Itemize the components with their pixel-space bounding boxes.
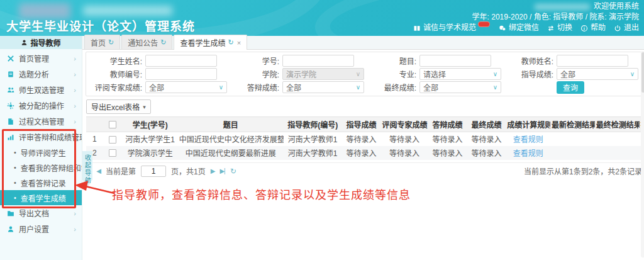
col-final-score: 最终成绩	[467, 117, 506, 132]
chevron-down-icon: ∨	[493, 84, 497, 91]
cell-teacher: 河南大学教师1	[284, 146, 342, 160]
chevron-down-icon: ∨	[356, 84, 360, 91]
sidebar-subitem-defense-records[interactable]: • 查看答辩记录	[0, 175, 82, 190]
help-link[interactable]: 帮助	[580, 23, 606, 33]
view-rule-link[interactable]: 查看规则	[513, 135, 543, 144]
col-score-rule: 成绩计算规则	[506, 117, 550, 132]
export-excel-button[interactable]: 导出Excel表格 ▾	[86, 99, 151, 114]
cell-title: 中国近现代史中文化经济发展整理及研究	[178, 132, 284, 146]
field-label: 学院:	[227, 69, 282, 79]
college-select: 演示学院∨	[282, 68, 364, 80]
user-icon	[21, 39, 28, 46]
sidebar: 指导教师 首页管理› 选题分析› 师生双选管理› 被分配的操作› 过程文档管理›	[0, 36, 82, 260]
tab-student-scores[interactable]: 查看学生成绩 ↻ ×	[174, 35, 247, 50]
chevron-down-icon: ∨	[356, 71, 360, 77]
cell-expert-score: 等待录入	[380, 146, 428, 160]
page-title: 大学生毕业设计（论文）管理系统	[6, 17, 195, 34]
logout-link[interactable]: 退出	[614, 23, 639, 33]
cell-guide-score: 等待录入	[342, 146, 381, 160]
col-checkbox	[103, 117, 123, 132]
sidebar-item-home[interactable]: 首页管理›	[0, 50, 82, 66]
sidebar-role-header: 指导教师	[0, 36, 82, 49]
cell-guide-score: 等待录入	[342, 132, 381, 146]
gear-icon	[7, 102, 14, 110]
select-all-checkbox[interactable]	[109, 121, 116, 128]
col-latest-check: 最新检测结果	[550, 117, 595, 132]
bind-wechat-link[interactable]: 绑定微信	[499, 23, 539, 33]
chevron-down-icon: ∨	[219, 84, 223, 91]
student-name-input[interactable]	[145, 55, 217, 67]
tab-bar: 首页 ↻ 通知公告 ↻ 查看学生成绩 ↻ ×	[82, 36, 644, 50]
guide-score-select[interactable]: 全部∨	[557, 68, 638, 80]
sidebar-item-export-documents[interactable]: 导出文档›	[0, 205, 82, 221]
sidebar-subitem-my-defense-group[interactable]: • 查看我的答辩组和学生	[0, 160, 82, 175]
sidebar-item-mutual-selection[interactable]: 师生双选管理›	[0, 82, 82, 98]
field-label: 指导成绩:	[501, 69, 557, 79]
table-header-row: 学生(学号) 题目 指导教师(编号) 指导成绩 评阅专家成绩 答辩成绩 最终成绩…	[86, 117, 642, 132]
cell-teacher: 河南大学教师1	[284, 132, 342, 146]
col-title: 题目	[178, 117, 284, 132]
table-row: 1 河南大学学生1 中国近现代史中文化经济发展整理及研究 河南大学教师1 等待录…	[86, 132, 642, 146]
close-icon[interactable]: ×	[237, 39, 241, 47]
cell-student: 学院演示学生	[122, 146, 177, 160]
field-label: 答辩成绩:	[227, 82, 282, 93]
cell-title: 中国近现代史纲要最新进展	[178, 146, 284, 160]
page-label-prefix: 当前是第	[106, 166, 136, 176]
row-checkbox[interactable]	[109, 136, 116, 144]
sidebar-item-assigned-operations[interactable]: 被分配的操作›	[0, 98, 82, 113]
cell-defense-score: 等待录入	[428, 146, 467, 160]
results-table: 学生(学号) 题目 指导教师(编号) 指导成绩 评阅专家成绩 答辩成绩 最终成绩…	[86, 116, 642, 160]
view-rule-link[interactable]: 查看规则	[513, 149, 543, 158]
tab-notices[interactable]: 通知公告 ↻	[121, 35, 172, 49]
power-icon	[614, 25, 621, 32]
next-page-icon[interactable]: ▶	[211, 167, 215, 174]
page-number-input[interactable]	[141, 166, 166, 177]
bullet-icon: •	[14, 179, 16, 186]
sidebar-subitem-student-scores[interactable]: • 查看学生成绩	[0, 190, 82, 205]
sidebar-item-user-settings[interactable]: 用户设置›	[0, 221, 82, 237]
refresh-icon[interactable]: ↻	[230, 167, 236, 176]
sidebar-subitem-advisor-review[interactable]: • 导师评阅学生	[0, 145, 82, 160]
col-expert-score: 评阅专家成绩	[380, 117, 428, 132]
chart-icon	[7, 133, 14, 141]
help-icon	[580, 25, 588, 32]
major-select[interactable]: 请选择∨	[419, 68, 501, 80]
final-score-select[interactable]: 全部∨	[419, 81, 501, 93]
integrity-link[interactable]: 诚信与学术规范	[413, 23, 491, 33]
scrollbar-thumb[interactable]	[641, 52, 644, 93]
pagination-bar: |◀ ◀ 当前是第 页，共1页 ▶ ▶| ↻ 当前显示从第1条到2条，共2条记录	[86, 162, 642, 177]
switch-role-link[interactable]: 切换	[547, 23, 572, 33]
vertical-scrollbar[interactable]	[641, 51, 644, 257]
query-button[interactable]: 查询	[557, 81, 584, 94]
teacher-no-input[interactable]	[145, 68, 217, 80]
expert-score-select[interactable]: 全部∨	[145, 81, 227, 93]
sidebar-item-review-defense-scores[interactable]: 评审答辩和成绩管理∨	[0, 129, 82, 145]
tab-home[interactable]: 首页 ↻	[84, 35, 120, 49]
row-checkbox[interactable]	[109, 149, 116, 157]
title-input[interactable]	[419, 55, 491, 67]
document-icon	[7, 118, 14, 125]
refresh-icon[interactable]: ↻	[160, 38, 166, 47]
welcome-text: 欢迎使用系统	[594, 1, 639, 12]
refresh-icon[interactable]: ↻	[108, 38, 114, 47]
teacher-name-input[interactable]	[557, 55, 628, 67]
sidebar-item-process-documents[interactable]: 过程文档管理›	[0, 113, 82, 129]
cell-latest-check	[550, 146, 595, 160]
book-icon	[413, 25, 421, 32]
sidebar-item-topic-analysis[interactable]: 选题分析›	[0, 66, 82, 82]
table-row: 2 学院演示学生 中国近现代史纲要最新进展 河南大学教师1 等待录入 等待录入 …	[86, 146, 642, 160]
refresh-icon[interactable]: ↻	[228, 38, 233, 47]
last-page-icon[interactable]: ▶|	[219, 167, 225, 174]
chevron-right-icon: ›	[74, 210, 76, 217]
student-no-input[interactable]	[282, 55, 354, 67]
field-label: 最终成绩:	[364, 82, 419, 93]
caret-down-icon: ▾	[143, 104, 146, 110]
defense-score-select[interactable]: 全部∨	[282, 81, 364, 93]
main-content: 首页 ↻ 通知公告 ↻ 查看学生成绩 ↻ × 学生姓名: 学号: 题目: 教师姓…	[82, 36, 644, 260]
prev-page-icon[interactable]: ◀	[96, 167, 101, 174]
search-form: 学生姓名: 学号: 题目: 教师姓名: 教师编号: 学院: 演示学院∨ 专业: …	[86, 52, 643, 96]
chevron-right-icon: ›	[74, 55, 76, 62]
wechat-icon	[499, 25, 506, 32]
page-label-suffix: 页，共1页	[171, 166, 206, 176]
col-student: 学生(学号)	[122, 117, 177, 132]
